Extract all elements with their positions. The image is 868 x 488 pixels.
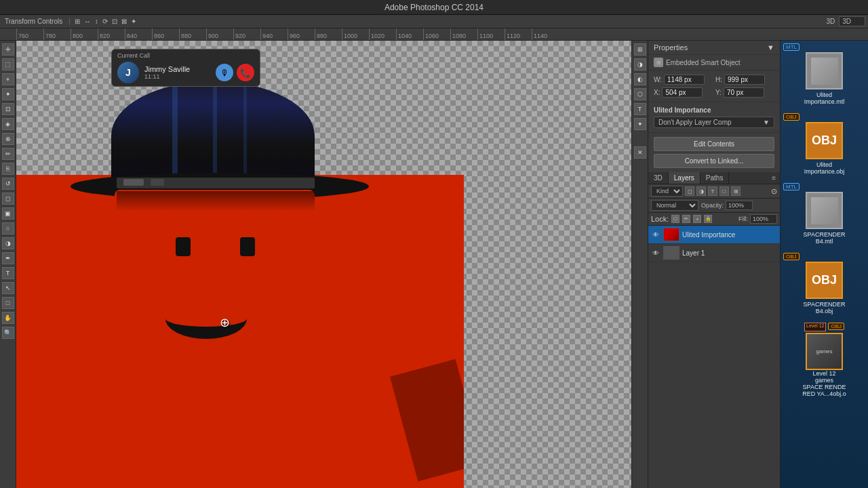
toolbar-icon-4[interactable]: ⟳ <box>102 18 108 25</box>
toolbar-icon-7[interactable]: ✦ <box>131 18 136 25</box>
toolbar-icon-1[interactable]: ⊞ <box>75 18 80 25</box>
layer-filter-type-icon[interactable]: T <box>708 186 717 196</box>
char-smile <box>165 298 247 339</box>
file-item-3[interactable]: OBJ OBJ SPACRENDERB4.obj <box>783 253 865 314</box>
canvas-area[interactable]: Current Call J Jimmy Saville 11:11 🎙 📞 ⊕ <box>16 41 631 488</box>
layer-filter-dropdown[interactable]: Kind <box>651 186 683 197</box>
tool-blur[interactable]: ○ <box>2 222 14 235</box>
layer-name-layer1: Layer 1 <box>682 249 777 257</box>
title-bar: Adobe Photoshop CC 2014 <box>0 0 868 15</box>
layer-visibility-layer1[interactable]: 👁 <box>651 248 660 258</box>
tool-pen[interactable]: ✒ <box>2 252 14 264</box>
masks-icon[interactable]: ⬡ <box>634 88 646 100</box>
height-input[interactable] <box>724 75 765 85</box>
file-icon-0 <box>806 52 843 89</box>
file-name-4: Level 12gamesSPACE RENDERED YA...4obj.o <box>802 370 846 397</box>
smart-object-text: Embedded Smart Object <box>666 59 741 66</box>
tool-wand[interactable]: ✦ <box>2 88 14 100</box>
lock-transparent-icon[interactable]: ⬡ <box>671 215 679 223</box>
tool-gradient[interactable]: ▣ <box>2 207 14 220</box>
toolbar-icon-3[interactable]: ↕ <box>95 18 98 25</box>
layer-comp-dropdown[interactable]: Don't Apply Layer Comp ▼ <box>654 117 774 128</box>
opacity-input[interactable] <box>726 201 753 210</box>
file-badge-1: OBJ <box>783 113 800 121</box>
convert-to-linked-button[interactable]: Convert to Linked... <box>654 154 774 168</box>
width-input[interactable] <box>664 75 705 85</box>
tool-hand[interactable]: ✋ <box>2 312 14 324</box>
lock-position-icon[interactable]: + <box>693 215 701 223</box>
layer-filter-adjust-icon[interactable]: ◑ <box>696 186 706 196</box>
toolbar-icon-6[interactable]: ⊠ <box>121 18 127 25</box>
opacity-label: Opacity: <box>701 202 724 209</box>
call-buttons: 🎙 📞 <box>216 64 254 81</box>
color-icon[interactable]: ◑ <box>634 58 646 70</box>
current-call-overlay: Current Call J Jimmy Saville 11:11 🎙 📞 <box>111 49 260 87</box>
layer-filter-shape-icon[interactable]: □ <box>719 186 729 196</box>
file-item-2[interactable]: MTL SPACRENDERB4.mtl <box>783 183 865 245</box>
layers-panel-options[interactable]: ≡ <box>768 172 780 184</box>
tool-path-select[interactable]: ↖ <box>2 282 14 294</box>
file-item-0[interactable]: MTL UlitedImportance.mtl <box>783 43 865 105</box>
tool-history[interactable]: ↺ <box>2 178 14 190</box>
tool-stamp[interactable]: ⎘ <box>2 163 14 175</box>
layer-item-ulited[interactable]: 👁 Ulited Importance <box>648 226 780 244</box>
tool-select[interactable]: ⬚ <box>2 58 14 70</box>
current-call-body: J Jimmy Saville 11:11 🎙 📞 <box>117 62 254 83</box>
transform-controls-label[interactable]: Transform Controls <box>3 18 64 25</box>
layer-thumbnail-layer1 <box>663 246 679 260</box>
tool-healing[interactable]: ⊕ <box>2 133 14 145</box>
layer-filter-pixel-icon[interactable]: ◻ <box>685 186 694 196</box>
tool-zoom[interactable]: 🔍 <box>2 327 14 339</box>
file-panel: MTL UlitedImportance.mtl OBJ OBJ UlitedI… <box>780 41 868 488</box>
tool-eyedrop[interactable]: ◈ <box>2 118 14 130</box>
tab-paths[interactable]: Paths <box>701 172 730 184</box>
lock-image-icon[interactable]: ✏ <box>682 215 690 223</box>
tool-move[interactable]: ✛ <box>2 43 14 56</box>
toolbar-icon-2[interactable]: ↔ <box>84 18 91 25</box>
fill-row: Fill: <box>738 214 777 224</box>
layer-filter-smart-icon[interactable]: ⊞ <box>731 186 741 196</box>
tool-type[interactable]: T <box>2 267 14 279</box>
properties-collapse-icon[interactable]: ▼ <box>767 43 774 52</box>
tool-dodge[interactable]: ◑ <box>2 237 14 249</box>
properties-header: Properties ▼ <box>648 41 780 55</box>
left-toolbox: ✛ ⬚ ⌖ ✦ ⊡ ◈ ⊕ ✏ ⎘ ↺ ◻ ▣ ○ ◑ ✒ T ↖ □ ✋ 🔍 <box>0 41 16 488</box>
edit-contents-button[interactable]: Edit Contents <box>654 137 774 151</box>
tab-layers[interactable]: Layers <box>669 172 701 184</box>
lock-row: Lock: ⬡ ✏ + 🔒 Fill: <box>648 213 780 226</box>
tool-shape[interactable]: □ <box>2 297 14 309</box>
file-item-4[interactable]: Level 12 OBJ games Level 12gamesSPACE RE… <box>783 323 865 397</box>
settings-icon[interactable]: ✦ <box>634 118 646 130</box>
width-field: W: <box>654 75 713 85</box>
y-input[interactable] <box>724 87 764 98</box>
x-field: X: <box>654 87 713 98</box>
adjustments-icon[interactable]: ◐ <box>634 73 646 85</box>
file-item-1[interactable]: OBJ OBJ UlitedImportance.obj <box>783 113 865 175</box>
file-badge-2: MTL <box>783 183 800 190</box>
tab-3d[interactable]: 3D <box>648 172 669 184</box>
smart-object-icon: ⊞ <box>654 58 663 67</box>
canvas-image <box>16 41 464 488</box>
properties-icon[interactable]: ⊞ <box>634 43 646 56</box>
tool-lasso[interactable]: ⌖ <box>2 73 14 85</box>
blend-mode-row: Normal Opacity: <box>648 199 780 213</box>
type-tool-icon[interactable]: T <box>634 103 646 115</box>
layer-item-layer1[interactable]: 👁 Layer 1 <box>648 244 780 262</box>
mode-dropdown[interactable]: 3D <box>839 16 865 26</box>
layer-filter-toggle[interactable]: ⊙ <box>771 187 777 196</box>
tool-brush[interactable]: ✏ <box>2 148 14 160</box>
blend-mode-dropdown[interactable]: Normal <box>651 200 698 211</box>
toolbar-icon-5[interactable]: ⊡ <box>112 18 117 25</box>
extra-icon[interactable]: ✕ <box>634 146 646 159</box>
tool-eraser[interactable]: ◻ <box>2 192 14 205</box>
layer-visibility-ulited[interactable]: 👁 <box>651 230 660 239</box>
x-input[interactable] <box>662 87 703 98</box>
lock-all-icon[interactable]: 🔒 <box>704 215 712 223</box>
ruler: 760 780 800 820 840 860 880 900 920 940 … <box>0 28 868 41</box>
mute-button[interactable]: 🎙 <box>216 64 233 81</box>
end-call-button[interactable]: 📞 <box>237 64 254 81</box>
fill-input[interactable] <box>750 214 777 224</box>
right-tools-strip: ⊞ ◑ ◐ ⬡ T ✦ ✕ <box>631 41 648 488</box>
tool-crop[interactable]: ⊡ <box>2 103 14 115</box>
caller-avatar: J <box>117 62 139 83</box>
